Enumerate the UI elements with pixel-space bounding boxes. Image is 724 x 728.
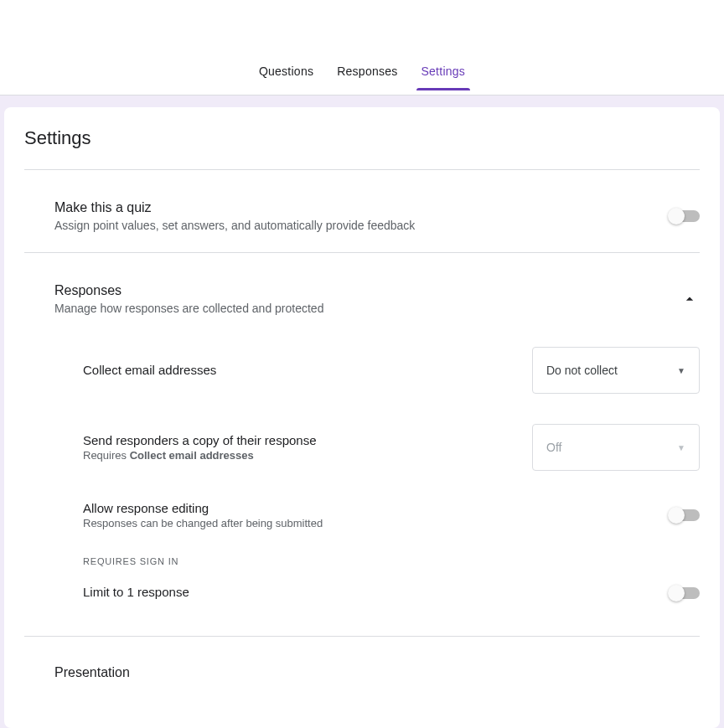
send-copy-hint: Requires Collect email addresses bbox=[83, 449, 532, 462]
page-backdrop: Settings Make this a quiz Assign point v… bbox=[0, 96, 724, 728]
collect-email-select[interactable]: Do not collect ▼ bbox=[532, 347, 700, 394]
allow-edit-label: Allow response editing bbox=[83, 501, 649, 515]
collect-email-value: Do not collect bbox=[546, 364, 618, 377]
signin-group-label: Requires sign in bbox=[83, 545, 700, 570]
responses-title: Responses bbox=[54, 283, 649, 298]
send-copy-label: Send responders a copy of their response bbox=[83, 433, 532, 447]
quiz-toggle[interactable] bbox=[670, 210, 700, 222]
tab-questions[interactable]: Questions bbox=[247, 65, 325, 90]
responses-collapse-icon[interactable] bbox=[680, 289, 700, 309]
send-copy-value: Off bbox=[546, 441, 561, 454]
row-limit-one: Limit to 1 response bbox=[83, 570, 700, 616]
allow-edit-toggle[interactable] bbox=[670, 509, 700, 521]
limit-one-toggle[interactable] bbox=[670, 587, 700, 599]
tab-settings[interactable]: Settings bbox=[410, 65, 478, 90]
section-presentation: Presentation bbox=[24, 637, 700, 700]
caret-down-icon: ▼ bbox=[677, 443, 685, 452]
row-send-copy: Send responders a copy of their response… bbox=[83, 409, 700, 486]
quiz-subtitle: Assign point values, set answers, and au… bbox=[54, 219, 649, 232]
section-quiz-head: Make this a quiz Assign point values, se… bbox=[24, 170, 700, 232]
responses-subtitle: Manage how responses are collected and p… bbox=[54, 302, 649, 315]
responses-sub-settings: Collect email addresses Do not collect ▼… bbox=[24, 315, 700, 616]
tabs-bar: Questions Responses Settings bbox=[0, 0, 724, 96]
settings-card: Settings Make this a quiz Assign point v… bbox=[4, 107, 720, 728]
section-quiz: Make this a quiz Assign point values, se… bbox=[24, 170, 700, 253]
page-title: Settings bbox=[24, 127, 700, 170]
section-responses: Responses Manage how responses are colle… bbox=[24, 253, 700, 637]
collect-email-label: Collect email addresses bbox=[83, 363, 532, 377]
limit-one-label: Limit to 1 response bbox=[83, 585, 649, 599]
row-collect-email: Collect email addresses Do not collect ▼ bbox=[83, 332, 700, 409]
row-allow-edit: Allow response editing Responses can be … bbox=[83, 486, 700, 545]
quiz-title: Make this a quiz bbox=[54, 200, 649, 215]
section-responses-head: Responses Manage how responses are colle… bbox=[24, 253, 700, 315]
allow-edit-hint: Responses can be changed after being sub… bbox=[83, 517, 649, 529]
tab-responses[interactable]: Responses bbox=[325, 65, 409, 90]
caret-down-icon: ▼ bbox=[677, 366, 685, 375]
presentation-title: Presentation bbox=[24, 637, 700, 680]
send-copy-select[interactable]: Off ▼ bbox=[532, 424, 700, 471]
